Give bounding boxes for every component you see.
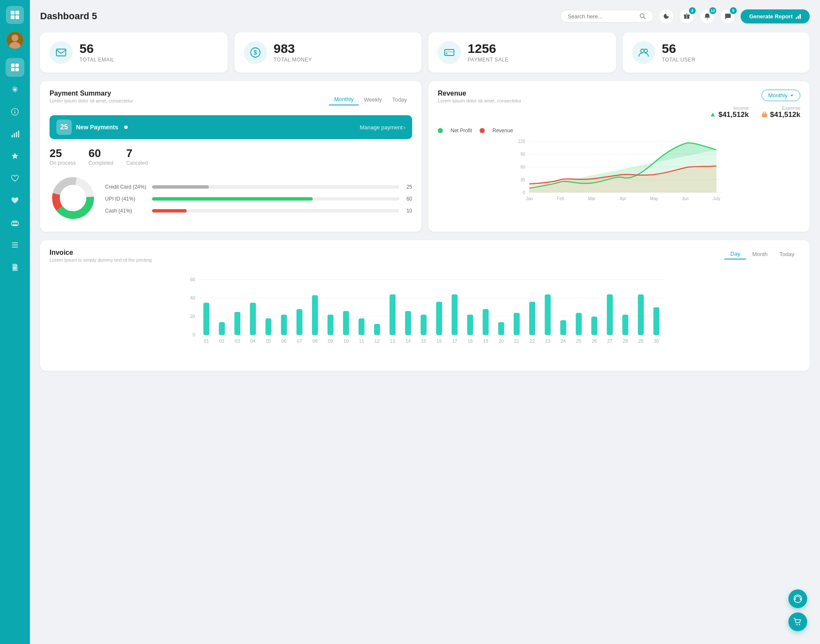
svg-text:May: May	[650, 196, 658, 201]
expense-box-icon	[761, 112, 767, 118]
bar-21[interactable]	[514, 313, 520, 335]
bar-07[interactable]	[296, 309, 302, 335]
income-label: Income	[733, 105, 749, 111]
tab-monthly[interactable]: Monthly	[329, 94, 359, 105]
sidebar-item-star[interactable]	[6, 147, 24, 166]
bar-18[interactable]	[467, 315, 473, 335]
bar-24[interactable]	[560, 320, 566, 335]
sidebar-item-print[interactable]	[6, 213, 24, 232]
expense-label: Expense	[782, 105, 800, 111]
new-payments-left: 25 New Payments	[56, 119, 128, 135]
bar-25[interactable]	[576, 313, 582, 335]
inv-tab-today[interactable]: Today	[773, 249, 800, 259]
bar-29[interactable]	[638, 294, 644, 335]
sidebar-logo[interactable]	[6, 6, 24, 24]
sidebar-item-analytics[interactable]	[6, 125, 24, 143]
payment-methods: Credit Card (24%) 25 UPI ID (41%) 60	[50, 175, 412, 223]
sidebar-item-heart-outline[interactable]	[6, 169, 24, 188]
bar-19[interactable]	[483, 309, 489, 335]
canceled-label: Canceled	[126, 160, 148, 166]
sidebar-item-settings[interactable]	[6, 80, 24, 99]
svg-text:30: 30	[654, 338, 659, 344]
bar-12[interactable]	[374, 324, 380, 335]
sidebar-item-document[interactable]	[6, 258, 24, 277]
gift-button[interactable]: 2	[679, 9, 694, 24]
bar-09[interactable]	[328, 315, 334, 335]
svg-text:08: 08	[312, 338, 317, 344]
svg-rect-0	[11, 11, 15, 15]
bar-27[interactable]	[607, 294, 613, 335]
bar-01[interactable]	[203, 303, 209, 335]
bar-16[interactable]	[436, 302, 442, 335]
bar-11[interactable]	[359, 318, 365, 335]
bar-20[interactable]	[498, 322, 504, 335]
search-box[interactable]	[560, 10, 653, 23]
sidebar-item-heart-filled[interactable]	[6, 191, 24, 210]
svg-text:15: 15	[421, 338, 426, 344]
notification-badge: 12	[709, 7, 716, 14]
bar-14[interactable]	[405, 311, 411, 335]
bar-10[interactable]	[343, 311, 349, 335]
completed-label: Completed	[88, 160, 113, 166]
upi-track	[152, 197, 399, 201]
bar-22[interactable]	[529, 302, 535, 335]
svg-text:19: 19	[483, 338, 488, 344]
svg-text:0: 0	[523, 190, 525, 195]
notification-button[interactable]: 12	[700, 9, 715, 24]
bar-30[interactable]	[653, 307, 659, 335]
revenue-chart: 120 90 60 30 0 Jan Feb Mar Apr May Jun J…	[438, 137, 800, 214]
bar-04[interactable]	[250, 303, 256, 335]
money-icon: $	[244, 41, 267, 64]
bar-17[interactable]	[452, 294, 458, 335]
tab-today[interactable]: Today	[387, 94, 412, 105]
svg-rect-107	[800, 598, 801, 600]
cart-float-button[interactable]	[788, 612, 807, 631]
bar-15[interactable]	[421, 315, 427, 335]
tab-weekly[interactable]: Weekly	[359, 94, 387, 105]
bar-03[interactable]	[234, 312, 240, 335]
support-float-button[interactable]	[788, 589, 807, 608]
completed-num: 60	[88, 147, 113, 160]
bar-08[interactable]	[312, 295, 318, 335]
manage-payment-link[interactable]: Manage payment ›	[360, 124, 405, 131]
income-value: $41,512k	[718, 111, 749, 119]
svg-text:11: 11	[359, 338, 364, 344]
revenue-header: Revenue Lorem ipsum dolor sit amet, cons…	[438, 90, 800, 123]
middle-row: Payment Summary Lorem ipsum dolor sit am…	[40, 81, 810, 232]
net-profit-legend-label: Net Profit	[451, 128, 472, 134]
sidebar-item-info[interactable]	[6, 102, 24, 121]
inv-tab-month[interactable]: Month	[746, 249, 773, 259]
revenue-title-block: Revenue Lorem ipsum dolor sit amet, cons…	[438, 90, 521, 109]
inv-tab-day[interactable]: Day	[724, 249, 746, 259]
chat-button[interactable]: 5	[720, 9, 735, 24]
search-input[interactable]	[568, 13, 636, 20]
main-content: Dashboard 5 2	[30, 0, 820, 644]
theme-toggle-button[interactable]	[659, 9, 674, 24]
new-payments-label: New Payments	[76, 124, 118, 131]
generate-report-button[interactable]: Generate Report	[741, 9, 810, 23]
revenue-monthly-dropdown[interactable]: Monthly	[761, 90, 800, 101]
bar-26[interactable]	[592, 317, 597, 335]
bar-23[interactable]	[545, 294, 551, 335]
payment-count: 1256	[468, 42, 509, 55]
svg-rect-23	[12, 242, 18, 243]
revenue-card: Revenue Lorem ipsum dolor sit amet, cons…	[428, 81, 810, 232]
svg-text:14: 14	[405, 338, 410, 344]
bar-05[interactable]	[266, 318, 272, 335]
sidebar-item-list[interactable]	[6, 236, 24, 254]
stat-on-process: 25 On process	[50, 147, 76, 166]
svg-text:12: 12	[375, 338, 380, 344]
revenue-legend-label: Revenue	[492, 128, 513, 134]
svg-text:04: 04	[250, 338, 255, 344]
bar-28[interactable]	[622, 315, 628, 335]
svg-text:17: 17	[452, 338, 457, 344]
bar-upi: UPI ID (41%) 60	[105, 196, 412, 202]
svg-text:30: 30	[520, 178, 525, 182]
sidebar-item-dashboard[interactable]	[6, 58, 24, 77]
bar-06[interactable]	[281, 315, 287, 335]
bar-02[interactable]	[219, 322, 225, 335]
invoice-tabs: Day Month Today	[724, 249, 800, 259]
avatar[interactable]	[6, 32, 23, 49]
svg-text:18: 18	[468, 338, 473, 344]
bar-13[interactable]	[390, 294, 395, 335]
